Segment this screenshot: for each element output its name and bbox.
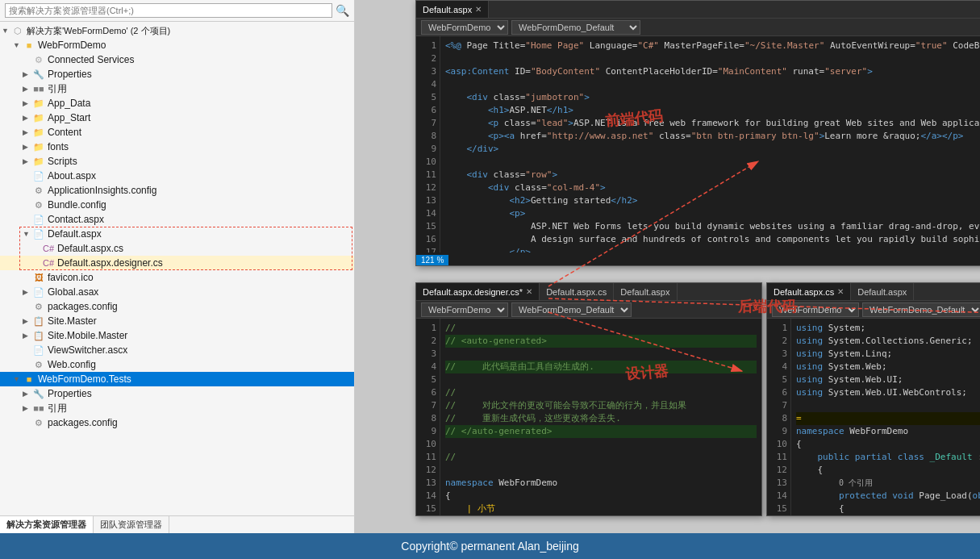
tree-packages[interactable]: ▶ ⚙ packages.config — [0, 299, 354, 314]
item-label: Global.asax — [48, 286, 98, 298]
config-icon: ⚙ — [32, 358, 45, 371]
tree-default-designer[interactable]: ▶ C# Default.aspx.designer.cs — [0, 256, 354, 270]
tab-default-aspx[interactable]: Default.aspx ✕ — [416, 1, 489, 18]
tab-solution-explorer[interactable]: 解决方案资源管理器 — [0, 516, 94, 533]
expand-arrow: ▶ — [32, 259, 42, 267]
ref-icon: ■■ — [32, 82, 45, 95]
tree-bundle[interactable]: ▶ ⚙ Bundle.config — [0, 198, 354, 212]
tree-properties[interactable]: ▶ 🔧 Properties — [0, 67, 354, 81]
tree-app-start[interactable]: ▶ 📁 App_Start — [0, 111, 354, 125]
config-icon: ⚙ — [32, 184, 45, 197]
tree-tests-ref[interactable]: ▶ ■■ 引用 — [0, 401, 354, 415]
tree-connected-services[interactable]: ▶ ⚙ Connected Services — [0, 52, 354, 67]
tree-global[interactable]: ▶ 📄 Global.asax — [0, 285, 354, 299]
expand-arrow: ▶ — [23, 157, 32, 165]
tab-team-explorer[interactable]: 团队资源管理器 — [94, 516, 169, 533]
item-label: packages.config — [48, 301, 118, 312]
solution-label: 解决方案'WebFormDemo' (2 个项目) — [27, 25, 170, 37]
properties-icon: 🔧 — [32, 68, 45, 81]
aspx-icon: 📄 — [32, 213, 45, 226]
code-body: 123456789101112131415161718192021222324 … — [416, 36, 980, 252]
config-icon: ⚙ — [32, 300, 45, 313]
tree-sitemaster[interactable]: ▶ 📋 Site.Master — [0, 314, 354, 328]
method-dropdown[interactable]: WebFormDemo_Default — [511, 20, 640, 35]
tree-contact[interactable]: ▶ 📄 Contact.aspx — [0, 212, 354, 227]
expand-arrow: ▶ — [23, 114, 32, 122]
item-label: favicon.ico — [48, 272, 94, 283]
close-icon[interactable]: ✕ — [837, 287, 844, 296]
solution-tree: ▼ ⬡ 解决方案'WebFormDemo' (2 个项目) ▼ ■ WebFor… — [0, 22, 354, 515]
solution-icon: ⬡ — [11, 24, 24, 37]
item-label: About.aspx — [48, 170, 96, 181]
tree-tests-packages[interactable]: ▶ ⚙ packages.config — [0, 415, 354, 430]
sidebar-tabs: 解决方案资源管理器 团队资源管理器 — [0, 515, 354, 533]
tree-solution[interactable]: ▼ ⬡ 解决方案'WebFormDemo' (2 个项目) — [0, 23, 354, 38]
tab-label: Default.aspx.designer.cs* — [423, 287, 523, 297]
item-label: 引用 — [48, 402, 67, 415]
tab-designer[interactable]: Default.aspx.designer.cs* ✕ — [416, 283, 540, 300]
folder-icon: 📁 — [32, 111, 45, 124]
close-icon[interactable]: ✕ — [475, 5, 482, 14]
tab-label: Default.aspx — [857, 287, 907, 297]
tree-content[interactable]: ▶ 📁 Content — [0, 125, 354, 140]
tree-ref[interactable]: ▶ ■■ 引用 — [0, 81, 354, 96]
item-label: packages.config — [48, 417, 118, 428]
close-icon[interactable]: ✕ — [526, 287, 532, 296]
item-label: App_Start — [48, 112, 90, 123]
expand-arrow: ▶ — [23, 172, 32, 180]
folder-icon: 📁 — [32, 126, 45, 139]
expand-arrow: ▶ — [23, 361, 32, 369]
code-tabs-cs: Default.aspx.cs ✕ Default.aspx — [767, 283, 980, 301]
item-label: fonts — [48, 141, 69, 152]
tree-app-data[interactable]: ▶ 📁 App_Data — [0, 96, 354, 111]
code-tabs-designer: Default.aspx.designer.cs* ✕ Default.aspx… — [416, 283, 761, 301]
search-icon: 🔍 — [336, 4, 349, 17]
tree-fonts[interactable]: ▶ 📁 fonts — [0, 140, 354, 154]
expand-arrow: ▶ — [23, 128, 32, 136]
aspx-icon: 📄 — [32, 169, 45, 182]
tab-aspx2[interactable]: Default.aspx — [851, 283, 914, 300]
item-label: Properties — [48, 388, 92, 399]
expand-arrow: ▶ — [23, 99, 32, 107]
cs-icon: C# — [42, 257, 55, 269]
ico-icon: 🖼 — [32, 271, 45, 284]
tree-about-aspx[interactable]: ▶ 📄 About.aspx — [0, 169, 354, 183]
tree-scripts[interactable]: ▶ 📁 Scripts — [0, 154, 354, 169]
method-dropdown[interactable]: WebFormDemo_Default — [862, 302, 980, 317]
project-dropdown[interactable]: WebFormDemo — [421, 302, 508, 317]
expand-arrow: ▶ — [32, 244, 42, 252]
folder-icon: 📁 — [32, 97, 45, 110]
project-icon: ■ — [23, 373, 35, 386]
expand-arrow: ▶ — [23, 404, 32, 412]
tree-webformdemo[interactable]: ▼ ■ WebFormDemo — [0, 38, 354, 52]
code-content-designer: // // <auto-generated> // 此代码是由工具自动生成的. … — [440, 319, 761, 515]
expand-arrow: ▶ — [23, 288, 32, 296]
tree-appinsights[interactable]: ▶ ⚙ ApplicationInsights.config — [0, 183, 354, 198]
tab-label: Default.aspx.cs — [546, 287, 607, 297]
tree-default-cs[interactable]: ▶ C# Default.aspx.cs — [0, 241, 354, 256]
folder-icon: 📁 — [32, 140, 45, 153]
expand-arrow: ▶ — [23, 201, 32, 209]
expand-arrow: ▶ — [23, 143, 32, 151]
item-label: Content — [48, 127, 81, 138]
search-input[interactable] — [5, 3, 332, 18]
expand-arrow: ▼ — [13, 41, 23, 49]
footer-text: Copyright© permanent Alan_beijing — [401, 540, 578, 553]
right-panel: Default.aspx ✕ 📌 WebFormDemo WebFormDemo… — [355, 0, 980, 533]
line-numbers: 1234567891011121314151617 — [767, 319, 791, 515]
tree-webconfig[interactable]: ▶ ⚙ Web.config — [0, 357, 354, 372]
method-dropdown[interactable]: WebFormDemo_Default — [511, 302, 632, 317]
tree-viewswitcher[interactable]: ▶ 📄 ViewSwitcher.ascx — [0, 343, 354, 357]
tree-favicon[interactable]: ▶ 🖼 favicon.ico — [0, 270, 354, 285]
tree-sitemobile[interactable]: ▶ 📋 Site.Mobile.Master — [0, 328, 354, 343]
project-dropdown[interactable]: WebFormDemo — [421, 20, 508, 35]
expand-arrow: ▶ — [23, 56, 32, 64]
tree-tests-properties[interactable]: ▶ 🔧 Properties — [0, 386, 354, 401]
code-content: <%@ Page Title="Home Page" Language="C#"… — [440, 36, 980, 252]
item-label: Site.Mobile.Master — [48, 330, 127, 341]
tree-default-aspx[interactable]: ▼ 📄 Default.aspx — [0, 227, 354, 241]
tab-cs[interactable]: Default.aspx.cs — [540, 283, 614, 300]
tree-tests-project[interactable]: ▼ ■ WebFormDemo.Tests — [0, 372, 354, 386]
item-label: Properties — [48, 69, 92, 80]
tab-aspx[interactable]: Default.aspx — [614, 283, 677, 300]
